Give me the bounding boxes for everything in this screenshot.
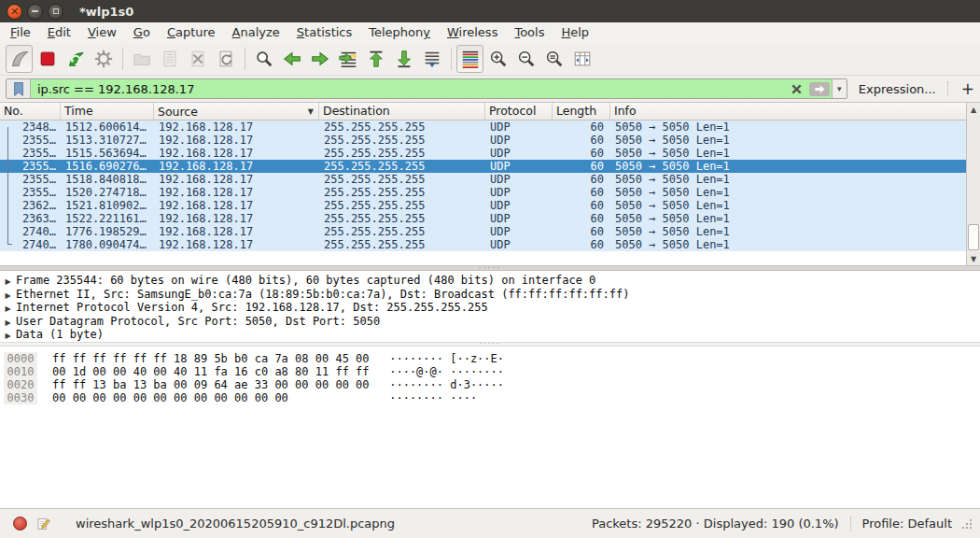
filter-clear-button[interactable]	[787, 79, 807, 98]
close-window-icon[interactable]: ✕	[7, 4, 22, 20]
zoom-reset-button[interactable]	[540, 45, 567, 73]
column-header-protocol[interactable]: Protocol	[485, 103, 553, 120]
column-header-destination[interactable]: Destination	[319, 103, 485, 120]
menu-item[interactable]: File	[2, 25, 39, 39]
packet-row[interactable]: 2355… 1513.310727… 192.168.128.17 255.25…	[0, 134, 980, 147]
detail-row[interactable]: Ethernet II, Src: SamsungE_b0:ca:7a (18:…	[0, 288, 980, 302]
packet-row[interactable]: 2355… 1516.690276… 192.168.128.17 255.25…	[0, 160, 980, 173]
column-header-time[interactable]: Time	[61, 103, 154, 120]
go-forward-button[interactable]	[306, 45, 333, 73]
expand-arrow-icon[interactable]	[0, 288, 16, 302]
cell-length: 60	[553, 134, 610, 147]
resize-columns-icon	[572, 49, 593, 69]
display-filter-field[interactable]: ip.src == 192.168.128.17 ▾	[6, 78, 847, 99]
packet-list-scrollbar[interactable]: ▲ ▼	[966, 103, 980, 265]
packet-row[interactable]: 2348… 1512.600614… 192.168.128.17 255.25…	[0, 120, 980, 134]
packet-row[interactable]: 2355… 1515.563694… 192.168.128.17 255.25…	[0, 147, 980, 160]
column-header-source[interactable]: Source▼	[154, 103, 319, 120]
cell-length: 60	[553, 199, 610, 212]
expand-arrow-icon[interactable]	[0, 315, 16, 329]
zoom-in-button[interactable]	[484, 45, 511, 73]
hex-row[interactable]: 0020ff ff 13 ba 13 ba 00 0964 ae 33 00 0…	[0, 378, 980, 391]
go-first-packet-button[interactable]	[362, 45, 389, 73]
menu-item[interactable]: View	[79, 25, 125, 39]
hex-row[interactable]: 0000ff ff ff ff ff ff 18 895b b0 ca 7a 0…	[0, 352, 980, 365]
packet-row[interactable]: 2362… 1521.810902… 192.168.128.17 255.25…	[0, 199, 980, 212]
minimize-glyph	[32, 10, 38, 12]
expand-arrow-icon[interactable]	[0, 328, 16, 342]
column-header-no[interactable]: No.	[0, 103, 61, 120]
menu-item[interactable]: Help	[553, 25, 597, 39]
start-capture-button[interactable]	[6, 45, 33, 73]
profile-label[interactable]: Profile: Default	[862, 517, 952, 531]
resize-columns-button[interactable]	[568, 45, 595, 73]
menu-item[interactable]: Statistics	[288, 25, 360, 39]
menu-item[interactable]: Telephony	[360, 25, 439, 39]
cell-source: 192.168.128.17	[154, 147, 319, 160]
cell-time: 1512.600614…	[61, 120, 154, 134]
title-bar[interactable]: ✕ *wlp1s0	[0, 0, 980, 22]
go-back-button[interactable]	[278, 45, 305, 73]
autoscroll-lines-icon	[422, 49, 442, 69]
cell-time: 1513.310727…	[61, 134, 154, 147]
capture-comment-icon[interactable]	[36, 517, 51, 531]
close-file-button[interactable]	[184, 45, 211, 73]
menu-item[interactable]: Tools	[506, 25, 553, 39]
expand-arrow-icon[interactable]	[0, 301, 16, 315]
column-header-info[interactable]: Info	[610, 103, 980, 120]
hex-row[interactable]: 001000 1d 00 00 40 00 40 11fa 16 c0 a8 8…	[0, 365, 980, 378]
menu-item[interactable]: Capture	[159, 25, 224, 39]
detail-row[interactable]: Internet Protocol Version 4, Src: 192.16…	[0, 301, 980, 315]
packet-row[interactable]: 2363… 1522.221161… 192.168.128.17 255.25…	[0, 212, 980, 225]
filter-input[interactable]: ip.src == 192.168.128.17	[31, 79, 787, 98]
expand-arrow-icon[interactable]	[0, 274, 16, 288]
stop-capture-button[interactable]	[34, 45, 61, 73]
filter-bookmark-button[interactable]	[7, 79, 31, 98]
find-packet-button[interactable]	[250, 45, 277, 73]
packet-list-header: No. Time Source▼ Destination Protocol Le…	[0, 103, 980, 120]
packet-row[interactable]: 2355… 1520.274718… 192.168.128.17 255.25…	[0, 186, 980, 199]
colorize-packets-button[interactable]	[456, 45, 483, 73]
cell-time: 1776.198529…	[61, 225, 154, 238]
cell-no: 2363…	[0, 212, 61, 225]
menu-item[interactable]: Edit	[39, 25, 79, 39]
filter-history-dropdown[interactable]: ▾	[832, 79, 847, 98]
filter-apply-button[interactable]	[807, 79, 832, 98]
packet-row[interactable]: 2740… 1776.198529… 192.168.128.17 255.25…	[0, 225, 980, 238]
scroll-up-icon[interactable]: ▲	[967, 103, 980, 116]
open-file-button[interactable]	[128, 45, 155, 73]
detail-row[interactable]: User Datagram Protocol, Src Port: 5050, …	[0, 315, 980, 329]
packet-row[interactable]: 2355… 1518.840818… 192.168.128.17 255.25…	[0, 173, 980, 186]
save-file-button[interactable]	[156, 45, 183, 73]
capture-options-button[interactable]	[90, 45, 117, 73]
packet-row[interactable]: 2740… 1780.090474… 192.168.128.17 255.25…	[0, 238, 980, 251]
menu-item[interactable]: Analyze	[224, 25, 288, 39]
column-header-length[interactable]: Length	[553, 103, 610, 120]
scrollbar-thumb[interactable]	[968, 224, 979, 250]
expression-button[interactable]: Expression...	[859, 82, 936, 96]
capture-filename[interactable]: wireshark_wlp1s0_20200615205910_c912Dl.p…	[76, 517, 395, 531]
go-last-packet-button[interactable]	[390, 45, 417, 73]
menu-item[interactable]: Go	[125, 25, 159, 39]
expert-info-icon[interactable]	[13, 517, 27, 531]
cell-info: 5050 → 5050 Len=1	[610, 238, 980, 251]
minimize-window-icon[interactable]	[27, 4, 43, 20]
menu-item[interactable]: Wireless	[439, 25, 506, 39]
reload-file-button[interactable]	[212, 45, 239, 73]
zoom-in-magnifier-icon	[488, 49, 509, 69]
auto-scroll-button[interactable]	[418, 45, 445, 73]
scroll-down-icon[interactable]: ▼	[967, 252, 980, 265]
hex-row[interactable]: 003000 00 00 00 00 00 00 0000 00 00 00··…	[0, 391, 980, 404]
maximize-window-icon[interactable]	[48, 4, 63, 20]
resize-grip[interactable]	[961, 518, 973, 530]
cell-destination: 255.255.255.255	[319, 186, 485, 199]
add-filter-button[interactable]: +	[961, 79, 974, 98]
go-to-packet-button[interactable]	[334, 45, 361, 73]
restart-capture-button[interactable]	[62, 45, 89, 73]
restart-fin-icon	[65, 49, 86, 69]
detail-row[interactable]: Frame 235544: 60 bytes on wire (480 bits…	[0, 274, 980, 288]
zoom-out-button[interactable]	[512, 45, 539, 73]
cell-no: 2348…	[0, 120, 61, 134]
cell-time: 1518.840818…	[61, 173, 154, 186]
ascii-group2: ····	[450, 391, 477, 404]
